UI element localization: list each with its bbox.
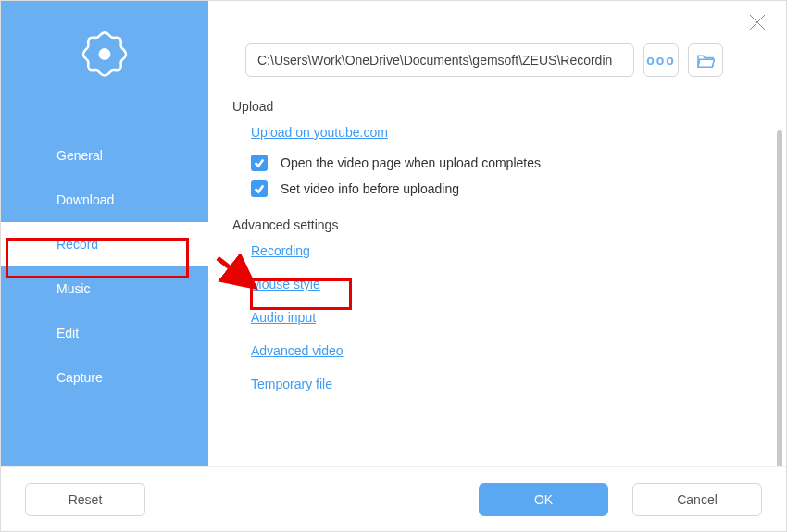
folder-open-icon bbox=[696, 53, 715, 68]
sidebar: General Download Record Music Edit Captu… bbox=[1, 1, 208, 466]
upload-section: Upload Upload on youtube.com Open the vi… bbox=[229, 99, 758, 197]
svg-point-2 bbox=[99, 48, 111, 60]
link-recording[interactable]: Recording bbox=[251, 243, 758, 258]
chk-open-page[interactable] bbox=[251, 155, 268, 171]
sidebar-item-general[interactable]: General bbox=[1, 133, 208, 178]
sidebar-item-label: Music bbox=[56, 281, 91, 296]
reset-button[interactable]: Reset bbox=[25, 483, 145, 516]
link-mouse-style[interactable]: Mouse style bbox=[251, 277, 758, 291]
chk-open-page-label: Open the video page when upload complete… bbox=[281, 155, 541, 170]
link-audio-input[interactable]: Audio input bbox=[251, 310, 758, 325]
advanced-links: Recording Mouse style Audio input Advanc… bbox=[251, 243, 758, 391]
chk-set-info-row: Set video info before uploading bbox=[251, 180, 758, 197]
advanced-section: Advanced settings Recording Mouse style … bbox=[229, 217, 758, 391]
sidebar-item-label: Capture bbox=[56, 370, 103, 385]
link-advanced-video[interactable]: Advanced video bbox=[251, 343, 758, 358]
sidebar-item-music[interactable]: Music bbox=[1, 266, 208, 311]
dialog-body: General Download Record Music Edit Captu… bbox=[1, 1, 786, 466]
check-icon bbox=[254, 157, 265, 168]
scrollbar[interactable] bbox=[777, 130, 782, 466]
browse-folder-button[interactable] bbox=[688, 43, 723, 77]
sidebar-item-label: General bbox=[56, 148, 103, 163]
reset-label: Reset bbox=[69, 492, 103, 507]
sidebar-item-label: Edit bbox=[56, 326, 79, 340]
cancel-label: Cancel bbox=[677, 492, 718, 507]
gear-icon bbox=[75, 27, 134, 89]
check-icon bbox=[254, 183, 265, 194]
save-path-input[interactable] bbox=[245, 43, 634, 77]
content-panel: ooo Upload Upload on youtube.com bbox=[208, 1, 786, 466]
upload-title: Upload bbox=[232, 99, 758, 114]
path-row: ooo bbox=[245, 43, 758, 77]
sidebar-nav: General Download Record Music Edit Captu… bbox=[1, 133, 208, 400]
chk-set-info-label: Set video info before uploading bbox=[281, 181, 459, 196]
ok-label: OK bbox=[534, 492, 553, 507]
upload-youtube-link[interactable]: Upload on youtube.com bbox=[251, 125, 388, 140]
sidebar-item-download[interactable]: Download bbox=[1, 178, 208, 222]
advanced-title: Advanced settings bbox=[232, 217, 758, 232]
chk-set-info[interactable] bbox=[251, 180, 268, 197]
sidebar-item-label: Download bbox=[56, 192, 114, 207]
sidebar-item-capture[interactable]: Capture bbox=[1, 355, 208, 400]
cancel-button[interactable]: Cancel bbox=[632, 483, 762, 516]
more-options-button[interactable]: ooo bbox=[643, 43, 679, 77]
link-temporary-file[interactable]: Temporary file bbox=[251, 377, 758, 391]
sidebar-item-edit[interactable]: Edit bbox=[1, 311, 208, 355]
ellipsis-icon: ooo bbox=[646, 53, 676, 68]
footer: Reset OK Cancel bbox=[1, 466, 786, 531]
sidebar-item-record[interactable]: Record bbox=[1, 222, 208, 266]
chk-open-page-row: Open the video page when upload complete… bbox=[251, 155, 758, 171]
settings-window: General Download Record Music Edit Captu… bbox=[0, 0, 787, 532]
sidebar-item-label: Record bbox=[56, 237, 98, 252]
ok-button[interactable]: OK bbox=[479, 483, 608, 516]
